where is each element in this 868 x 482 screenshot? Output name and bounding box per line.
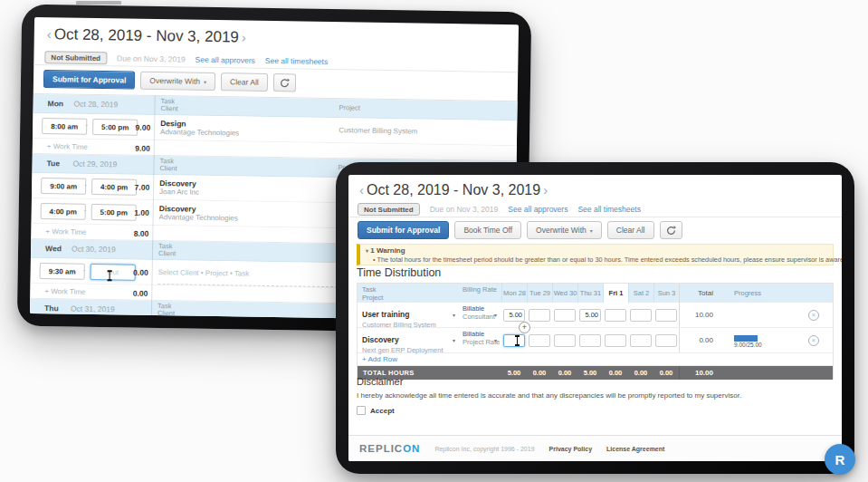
- hours-input-tue[interactable]: [529, 334, 550, 347]
- hours-input-fri[interactable]: [605, 309, 626, 322]
- copyright-text: Replicon Inc, copyright 1996 - 2019: [434, 446, 534, 452]
- timesheet-meta: Not Submitted Due on Nov 3, 2019 See all…: [358, 203, 641, 216]
- prev-period-icon[interactable]: ‹: [357, 182, 367, 198]
- status-badge: Not Submitted: [44, 51, 107, 64]
- task-client-column-header: TaskClient: [160, 98, 177, 112]
- time-in-input[interactable]: [41, 203, 86, 220]
- entry-task[interactable]: DiscoveryAdvantage Technologies: [159, 204, 238, 222]
- entry-hours: 9.00: [119, 122, 150, 132]
- task-client-column-header: TaskClient: [159, 158, 176, 172]
- accept-checkbox[interactable]: [357, 406, 366, 415]
- delete-row-icon[interactable]: ×: [808, 335, 819, 346]
- hours-input-sat[interactable]: [630, 334, 652, 347]
- grand-total: 10.00: [679, 366, 722, 380]
- task-cell[interactable]: User trainingCustomer Billing System▾: [358, 303, 460, 327]
- replicon-logo: REPLICON: [359, 443, 420, 454]
- progress-column-header: Progress: [722, 284, 795, 303]
- accept-row: Accept: [357, 406, 395, 415]
- insert-row-button[interactable]: +: [519, 322, 530, 333]
- time-separator: -: [83, 266, 86, 275]
- day-column-header-sat: Sat 2: [628, 284, 653, 303]
- submit-for-approval-button[interactable]: Submit for Approval: [358, 221, 449, 239]
- add-work-time-link[interactable]: + Work Time: [44, 287, 85, 296]
- total-tue: 0.00: [527, 366, 552, 380]
- privacy-policy-link[interactable]: Privacy Policy: [549, 446, 592, 452]
- overwrite-with-button[interactable]: Overwrite With▾: [140, 72, 215, 91]
- hours-input-fri[interactable]: [605, 334, 626, 347]
- warning-banner: ▾ 1 Warning • The total hours for the ti…: [357, 244, 834, 265]
- period-title-text: Oct 28, 2019 - Nov 3, 2019: [54, 25, 239, 45]
- prev-period-icon[interactable]: ‹: [44, 26, 54, 42]
- chevron-down-icon[interactable]: ▾: [494, 312, 497, 320]
- see-all-timesheets-link[interactable]: See all timesheets: [265, 56, 329, 66]
- see-all-approvers-link[interactable]: See all approvers: [196, 55, 255, 65]
- overwrite-with-label: Overwrite With: [536, 226, 587, 235]
- day-column-header-tue: Tue 29: [527, 284, 552, 303]
- period-title-text: Oct 28, 2019 - Nov 3, 2019: [367, 182, 540, 198]
- add-work-time-link[interactable]: + Work Time: [45, 227, 86, 236]
- divider: [348, 217, 842, 217]
- total-wed: 0.00: [552, 366, 577, 380]
- license-agreement-link[interactable]: License Agreement: [606, 446, 664, 452]
- accept-label: Accept: [370, 407, 395, 415]
- entry-task[interactable]: DiscoveryJoan Arc Inc: [159, 178, 199, 197]
- replicon-chat-bubble[interactable]: R: [825, 444, 855, 475]
- hours-input-tue[interactable]: [529, 309, 550, 322]
- see-all-approvers-link[interactable]: See all approvers: [508, 205, 568, 214]
- warning-title[interactable]: ▾ 1 Warning: [366, 246, 827, 255]
- book-time-off-button[interactable]: Book Time Off: [454, 221, 521, 239]
- chevron-down-icon[interactable]: ▾: [453, 312, 455, 318]
- hours-input-mon[interactable]: [503, 309, 525, 322]
- row-progress: 9.00/25.00: [722, 328, 795, 352]
- toolbar: Submit for Approval Book Time Off Overwr…: [358, 221, 682, 239]
- hours-input-thu[interactable]: [579, 334, 601, 347]
- delete-row-icon[interactable]: ×: [808, 310, 819, 321]
- chevron-down-icon: ▾: [204, 78, 206, 84]
- hours-input-sat[interactable]: [630, 309, 652, 322]
- total-column-header: Total: [679, 284, 722, 303]
- day-date: Oct 28, 2019: [74, 100, 119, 110]
- time-in-input[interactable]: [40, 263, 85, 280]
- next-period-icon[interactable]: ›: [540, 182, 550, 198]
- period-title: ‹Oct 28, 2019 - Nov 3, 2019›: [357, 182, 550, 198]
- hours-input-sun[interactable]: [655, 309, 677, 322]
- chevron-down-icon: ▾: [590, 227, 593, 234]
- distribution-row: DiscoveryNext gen ERP Deployment▾ Billab…: [358, 328, 833, 353]
- day-total-hours: 9.00: [119, 143, 150, 153]
- hours-input-thu[interactable]: [579, 309, 601, 322]
- refresh-button[interactable]: [273, 73, 296, 92]
- chevron-down-icon[interactable]: ▾: [453, 337, 455, 343]
- hours-input-wed[interactable]: [554, 334, 576, 347]
- distribution-row: User trainingCustomer Billing System▾ Bi…: [358, 303, 833, 328]
- time-in-input[interactable]: [41, 178, 86, 195]
- task-client-column-header: TaskClient: [157, 303, 175, 317]
- task-cell[interactable]: DiscoveryNext gen ERP Deployment▾: [358, 328, 460, 352]
- billing-rate-cell[interactable]: BillableProject Rate▾: [460, 328, 501, 352]
- submit-for-approval-button[interactable]: Submit for Approval: [43, 70, 136, 90]
- day-label: Thu: [44, 304, 59, 313]
- day-column-header-wed: Wed 30: [552, 284, 577, 303]
- refresh-icon: [666, 226, 676, 236]
- clear-all-button[interactable]: Clear All: [221, 72, 268, 92]
- refresh-button[interactable]: [660, 221, 682, 239]
- time-separator: -: [84, 207, 87, 215]
- entry-hours: 7.00: [119, 182, 149, 192]
- see-all-timesheets-link[interactable]: See all timesheets: [577, 205, 640, 214]
- time-in-input[interactable]: [42, 118, 87, 135]
- row-progress: [722, 303, 795, 327]
- select-task-hint[interactable]: Select Client • Project • Task: [158, 268, 250, 278]
- overwrite-with-button[interactable]: Overwrite With▾: [527, 221, 602, 239]
- add-work-time-link[interactable]: + Work Time: [47, 142, 88, 151]
- entry-task[interactable]: DesignAdvantage Technologies: [160, 119, 239, 137]
- chevron-down-icon[interactable]: ▾: [494, 337, 497, 345]
- add-row-link[interactable]: + Add Row: [358, 353, 833, 366]
- day-date: Oct 29, 2019: [72, 159, 117, 169]
- time-separator: -: [84, 181, 87, 189]
- hours-input-sun[interactable]: [655, 334, 677, 347]
- hours-input-wed[interactable]: [554, 309, 576, 322]
- overwrite-with-label: Overwrite With: [149, 76, 200, 86]
- billing-rate-cell[interactable]: BillableConsultant▾: [460, 303, 501, 327]
- text-cursor-icon: [514, 335, 520, 346]
- clear-all-button[interactable]: Clear All: [607, 221, 654, 239]
- next-period-icon[interactable]: ›: [239, 29, 249, 44]
